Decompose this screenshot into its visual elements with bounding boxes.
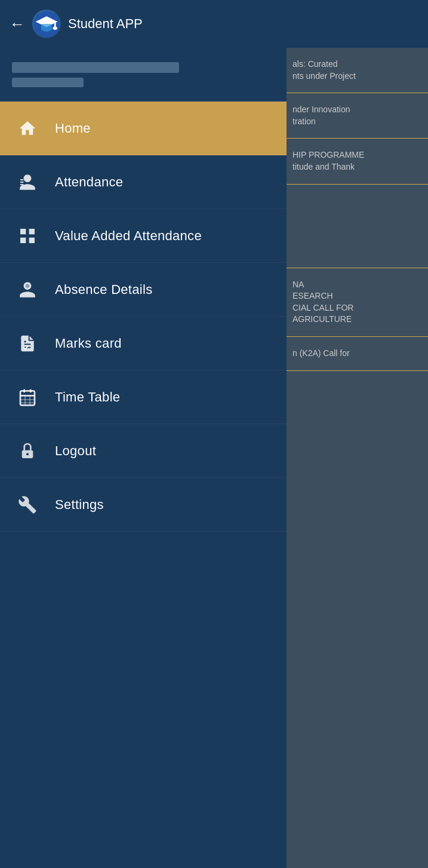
sidebar-item-value-added-attendance[interactable]: Value Added Attendance <box>0 209 287 263</box>
navigation-drawer: Home Attendance Value Added Attendance <box>0 102 287 868</box>
sidebar-item-settings[interactable]: Settings <box>0 478 287 532</box>
sidebar-item-absence-details-label: Absence Details <box>55 282 152 297</box>
bg-item-4 <box>287 185 428 268</box>
sidebar-item-settings-label: Settings <box>55 497 104 513</box>
sidebar-item-time-table[interactable]: Time Table <box>0 370 287 424</box>
sidebar-item-home[interactable]: Home <box>0 102 287 155</box>
grid-icon <box>14 223 41 249</box>
svg-point-3 <box>53 27 57 30</box>
sidebar-item-time-table-label: Time Table <box>55 389 120 405</box>
bg-item-5: NAESEARCHCIAL CALL FORAGRICULTURE <box>287 268 428 337</box>
sidebar-item-absence-details[interactable]: Absence Details <box>0 263 287 317</box>
sidebar-item-marks-card-label: Marks card <box>55 336 122 351</box>
sidebar-item-attendance[interactable]: Attendance <box>0 155 287 209</box>
timetable-icon <box>14 384 41 410</box>
background-content: als: Curatednts under Project nder Innov… <box>287 0 428 868</box>
sidebar-item-attendance-label: Attendance <box>55 174 123 190</box>
bg-item-1: als: Curatednts under Project <box>287 48 428 93</box>
user-id-blurred <box>12 78 84 87</box>
user-info-strip <box>0 48 287 102</box>
sidebar-item-logout-label: Logout <box>55 443 96 459</box>
attendance-icon <box>14 169 41 195</box>
absence-icon <box>14 277 41 303</box>
back-button[interactable]: ← <box>10 15 25 33</box>
settings-icon <box>14 492 41 518</box>
app-title: Student APP <box>68 16 143 32</box>
bg-item-3: HIP PROGRAMMEtitude and Thank <box>287 139 428 184</box>
home-icon <box>14 115 41 142</box>
sidebar-item-marks-card[interactable]: Marks card <box>0 317 287 370</box>
user-name-blurred <box>12 62 179 73</box>
marks-icon <box>14 330 41 357</box>
sidebar-item-value-added-attendance-label: Value Added Attendance <box>55 228 202 244</box>
app-header: ← Student APP <box>0 0 428 48</box>
sidebar-item-logout[interactable]: Logout <box>0 424 287 478</box>
bg-item-6: n (K2A) Call for <box>287 337 428 371</box>
sidebar-item-home-label: Home <box>55 121 91 136</box>
bg-item-2: nder Innovationtration <box>287 93 428 139</box>
svg-point-20 <box>26 453 29 455</box>
svg-point-7 <box>26 284 30 288</box>
app-logo <box>32 10 61 38</box>
logout-icon <box>14 438 41 464</box>
